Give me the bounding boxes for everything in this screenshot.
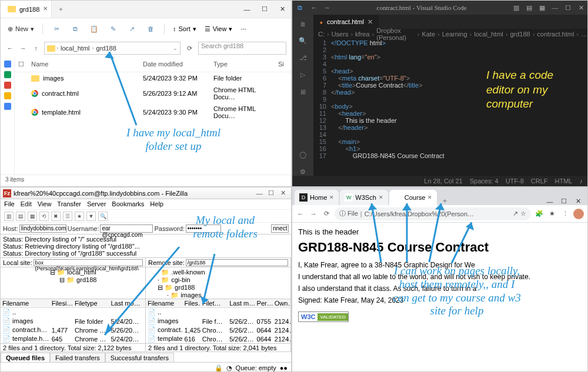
explorer-tab[interactable]: grd188 ✕ bbox=[1, 1, 52, 18]
back-icon[interactable]: ← bbox=[5, 45, 15, 52]
layout-icon[interactable]: ▥ bbox=[510, 4, 523, 12]
list-item[interactable]: 📄 .. bbox=[146, 308, 290, 317]
path-box[interactable]: › local_html › grd188 ⌄ bbox=[44, 42, 181, 55]
maximize-icon[interactable]: ☐ bbox=[562, 4, 574, 12]
close-icon[interactable]: ✕ bbox=[427, 195, 432, 200]
address-bar[interactable]: ⓘ File | C:/Users/kfrea/Dropbox%20(Perso… bbox=[335, 207, 531, 220]
chevron-down-icon[interactable]: ⌄ bbox=[173, 45, 178, 51]
close-window-icon[interactable]: ✕ bbox=[273, 1, 291, 18]
col-name[interactable]: Filename bbox=[1, 299, 50, 307]
quick-access-icon[interactable] bbox=[4, 71, 11, 78]
user-input[interactable]: ear @cpccagd.com bbox=[100, 224, 153, 233]
pass-input[interactable]: ••••••• bbox=[186, 224, 221, 233]
menu-item[interactable]: Server bbox=[87, 200, 106, 208]
tree-item[interactable]: ⊟ 📁 local_html bbox=[3, 269, 143, 276]
menu-item[interactable]: Bookmarks bbox=[112, 200, 144, 208]
star-icon[interactable]: ☆ bbox=[520, 210, 526, 217]
search-input[interactable]: Search grd188 bbox=[198, 42, 286, 55]
close-icon[interactable]: ✕ bbox=[571, 197, 585, 205]
col-mod[interactable]: Last mo… bbox=[109, 299, 146, 307]
code-editor[interactable]: 1<!DOCTYPE html>23<html lang="en">45<hea… bbox=[313, 39, 587, 176]
extensions-icon[interactable]: ⊞ bbox=[300, 88, 306, 96]
quick-access-icon[interactable] bbox=[4, 103, 11, 110]
tree-item[interactable]: · 📁 images bbox=[148, 291, 288, 299]
breadcrumb[interactable]: Learning bbox=[442, 31, 467, 38]
file-row[interactable]: contract.html5/26/2023 9:12 AMChrome HTM… bbox=[15, 84, 291, 103]
share-icon[interactable]: ↗ bbox=[126, 24, 137, 34]
list-item[interactable]: 📄 contract.h…1,477Chrome …5/26/20… bbox=[1, 326, 145, 334]
breadcrumbs[interactable]: C:›Users›kfrea›Dropbox (Personal)›Kate›L… bbox=[313, 29, 587, 39]
breadcrumb[interactable]: grd188 bbox=[510, 31, 530, 38]
col-perm[interactable]: Per… bbox=[255, 299, 273, 307]
sort-button[interactable]: ↕ Sort ▾ bbox=[173, 25, 196, 33]
extensions-icon[interactable]: 🧩 bbox=[534, 210, 544, 217]
bookmark-icon[interactable]: ★ bbox=[547, 210, 557, 217]
menu-item[interactable]: Help bbox=[150, 200, 163, 208]
browser-tab[interactable]: WW3Sch✕ bbox=[340, 190, 387, 205]
minimize-icon[interactable]: ― bbox=[253, 190, 265, 197]
list-item[interactable]: 📄 .. bbox=[1, 308, 145, 317]
delete-icon[interactable]: 🗑 bbox=[145, 24, 156, 34]
reload-icon[interactable]: ⟳ bbox=[322, 210, 331, 217]
w3c-badge[interactable]: W3C VALIDATED bbox=[298, 311, 349, 322]
refresh-icon[interactable]: ⟳ bbox=[184, 45, 195, 52]
queue-tabs[interactable]: Queued filesFailed transfersSuccessful t… bbox=[1, 352, 291, 363]
browser-tab[interactable]: DHome✕ bbox=[295, 190, 339, 205]
minimize-icon[interactable]: ― bbox=[543, 198, 557, 205]
new-tab-button[interactable]: ＋ bbox=[52, 1, 69, 18]
share-icon[interactable]: ↗ bbox=[513, 210, 518, 217]
tree-item[interactable]: · 📁 .well-known bbox=[148, 269, 288, 276]
git-icon[interactable]: ⎇ bbox=[299, 54, 307, 62]
view-button[interactable]: ☰ View ▾ bbox=[205, 25, 233, 33]
menu-item[interactable]: Transfer bbox=[57, 200, 81, 208]
column-name[interactable]: Name bbox=[31, 61, 143, 68]
encoding[interactable]: UTF-8 bbox=[506, 177, 524, 185]
gear-icon[interactable]: ⚙ bbox=[300, 168, 306, 176]
col-name[interactable]: Filename bbox=[146, 299, 183, 307]
toolbar-icon[interactable]: ⟲ bbox=[39, 212, 49, 221]
more-icon[interactable]: ··· bbox=[240, 25, 246, 32]
cursor-pos[interactable]: Ln 28, Col 21 bbox=[424, 177, 462, 185]
new-button[interactable]: ⊕ New ▾ bbox=[8, 25, 34, 33]
forward-icon[interactable]: → bbox=[309, 210, 318, 217]
col-size[interactable]: Filesi… bbox=[50, 299, 73, 307]
close-icon[interactable]: ✕ bbox=[368, 18, 373, 26]
local-file-list[interactable]: Filename Filesi… Filetype Last mo… 📄 ..📄… bbox=[1, 299, 146, 343]
forward-icon[interactable]: → bbox=[320, 4, 333, 11]
close-icon[interactable]: ✕ bbox=[379, 195, 383, 200]
bell-icon[interactable]: ♪ bbox=[580, 177, 583, 185]
queue-tab[interactable]: Queued files bbox=[1, 353, 50, 362]
tree-item[interactable]: ⊟ 📁 grd188 bbox=[148, 284, 288, 291]
rename-icon[interactable]: ✎ bbox=[108, 24, 118, 34]
account-icon[interactable]: ◯ bbox=[299, 151, 306, 159]
layout-icon[interactable]: ▦ bbox=[536, 4, 549, 12]
menu-item[interactable]: View bbox=[38, 200, 52, 208]
toolbar-icon[interactable]: ✖ bbox=[51, 212, 61, 221]
list-item[interactable]: 📄 imagesFile folder5/24/20… bbox=[1, 317, 145, 326]
layout-icon[interactable]: ▤ bbox=[523, 4, 536, 12]
remote-path-input[interactable]: /grd188 bbox=[186, 259, 288, 266]
col-type[interactable]: Filet… bbox=[201, 299, 228, 307]
indent[interactable]: Spaces: 4 bbox=[470, 177, 499, 185]
breadcrumb[interactable]: C: bbox=[318, 31, 325, 38]
toolbar-icon[interactable]: ▼ bbox=[86, 212, 96, 221]
search-icon[interactable]: 🔍 bbox=[299, 37, 307, 45]
queue-tab[interactable]: Failed transfers bbox=[50, 353, 105, 362]
quick-access-icon[interactable] bbox=[4, 82, 11, 89]
breadcrumb[interactable]: … bbox=[581, 31, 587, 38]
breadcrumb[interactable]: local_html bbox=[59, 45, 91, 52]
col-mod[interactable]: Last m… bbox=[228, 299, 255, 307]
quick-access-icon[interactable] bbox=[4, 92, 11, 99]
browser-tab[interactable]: Course✕ bbox=[389, 190, 437, 205]
avatar[interactable] bbox=[573, 209, 584, 219]
close-icon[interactable]: ✕ bbox=[277, 189, 289, 197]
menu-icon[interactable]: ⋮ bbox=[560, 210, 570, 217]
forward-icon[interactable]: → bbox=[18, 45, 28, 52]
menu-item[interactable]: File bbox=[4, 200, 15, 208]
toolbar-icon[interactable]: 🔍 bbox=[98, 212, 108, 221]
files-icon[interactable]: 🗎 bbox=[300, 21, 306, 28]
toolbar-icon[interactable]: ☰ bbox=[63, 212, 72, 221]
col-own[interactable]: Own… bbox=[273, 299, 290, 307]
quick-access-icon[interactable] bbox=[4, 61, 11, 68]
up-icon[interactable]: ↑ bbox=[31, 45, 41, 52]
